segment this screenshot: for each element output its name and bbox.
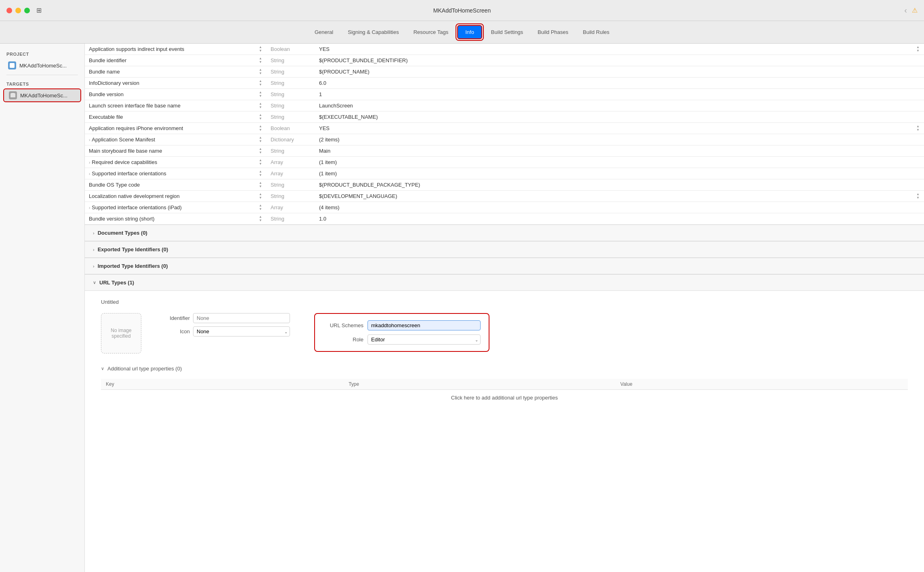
expand-arrow[interactable]: › (89, 160, 90, 165)
value-stepper[interactable]: ▲▼ (916, 125, 920, 132)
additional-url-chevron: ∨ (101, 366, 104, 371)
info-table: Application supports indirect input even… (85, 44, 924, 225)
stepper[interactable]: ▲▼ (258, 181, 262, 188)
target-icon (9, 91, 17, 99)
tabbar: General Signing & Capabilities Resource … (0, 21, 924, 44)
stepper[interactable]: ▲▼ (258, 204, 262, 211)
url-fields: Identifier Icon None ⌄ (158, 313, 290, 336)
target-item-label: MKAddToHomeSc... (20, 93, 67, 99)
svg-rect-2 (11, 93, 15, 94)
url-entry: Untitled No image specified Identifier (101, 299, 908, 353)
url-entry-body: No image specified Identifier Icon (101, 313, 908, 353)
additional-url-title: Additional url type properties (0) (107, 366, 182, 372)
stepper[interactable]: ▲▼ (258, 215, 262, 222)
tab-info-wrapper: Info (456, 23, 484, 41)
table-row: ›Required device capabilities▲▼Array(1 i… (85, 157, 924, 168)
url-schemes-input[interactable] (368, 320, 481, 330)
table-row: Application requires iPhone environment▲… (85, 123, 924, 134)
stepper[interactable]: ▲▼ (258, 80, 262, 86)
expand-arrow[interactable]: › (89, 172, 90, 176)
svg-rect-1 (10, 93, 15, 97)
tab-info[interactable]: Info (457, 25, 482, 39)
stepper[interactable]: ▲▼ (258, 114, 262, 120)
tab-general[interactable]: General (307, 26, 340, 38)
table-row: ›Application Scene Manifest▲▼Dictionary(… (85, 134, 924, 145)
table-row: Bundle identifier▲▼String$(PRODUCT_BUNDL… (85, 55, 924, 66)
table-row: Bundle OS Type code▲▼String$(PRODUCT_BUN… (85, 179, 924, 191)
stepper[interactable]: ▲▼ (258, 125, 262, 132)
url-schemes-row: URL Schemes (323, 320, 481, 330)
identifier-label: Identifier (158, 315, 190, 321)
minimize-button[interactable] (15, 8, 21, 13)
sidebar-item-project[interactable]: MKAddToHomeSc... (3, 59, 81, 72)
stepper[interactable]: ▲▼ (258, 57, 262, 64)
identifier-input[interactable] (193, 313, 290, 323)
section-url-types[interactable]: ∨ URL Types (1) (85, 274, 924, 291)
table-row: Executable file▲▼String$(EXECUTABLE_NAME… (85, 111, 924, 123)
stepper[interactable]: ▲▼ (258, 170, 262, 177)
tab-resource-tags[interactable]: Resource Tags (406, 26, 456, 38)
no-image-text: No image specified (105, 328, 138, 339)
content-area: Application supports indirect input even… (85, 44, 924, 572)
main-layout: PROJECT MKAddToHomeSc... TARGETS MKAddTo… (0, 44, 924, 572)
stepper[interactable]: ▲▼ (258, 102, 262, 109)
role-select-wrapper: None Editor Viewer ⌄ (368, 334, 481, 345)
table-row: Main storyboard file base name▲▼StringMa… (85, 145, 924, 157)
stepper[interactable]: ▲▼ (258, 159, 262, 166)
sidebar: PROJECT MKAddToHomeSc... TARGETS MKAddTo… (0, 44, 85, 572)
col-type-header: Type (344, 379, 615, 390)
tab-signing[interactable]: Signing & Capabilities (340, 26, 406, 38)
exported-title: Exported Type Identifiers (0) (98, 246, 168, 252)
table-row: Bundle version string (short)▲▼String1.0 (85, 213, 924, 225)
back-button[interactable]: ‹ (904, 6, 907, 15)
stepper[interactable]: ▲▼ (258, 147, 262, 154)
project-icon (8, 61, 16, 69)
icon-select[interactable]: None (193, 326, 290, 336)
maximize-button[interactable] (24, 8, 30, 13)
stepper[interactable]: ▲▼ (258, 91, 262, 98)
svg-rect-0 (10, 63, 15, 68)
warning-icon: ⚠ (912, 6, 918, 14)
section-exported-type-identifiers[interactable]: › Exported Type Identifiers (0) (85, 241, 924, 258)
project-item-label: MKAddToHomeSc... (19, 63, 67, 69)
section-imported-type-identifiers[interactable]: › Imported Type Identifiers (0) (85, 258, 924, 274)
imported-chevron: › (93, 264, 94, 269)
tab-build-rules[interactable]: Build Rules (575, 26, 617, 38)
url-schemes-section: URL Schemes Role None Editor Viewer (314, 313, 489, 352)
stepper[interactable]: ▲▼ (258, 136, 262, 143)
targets-label: TARGETS (0, 78, 84, 88)
additional-url-header[interactable]: ∨ Additional url type properties (0) (101, 362, 908, 376)
sidebar-divider (6, 75, 78, 75)
value-stepper[interactable]: ▲▼ (916, 193, 920, 200)
close-button[interactable] (6, 8, 12, 13)
props-table: Key Type Value (101, 379, 908, 390)
role-select[interactable]: None Editor Viewer (368, 334, 481, 345)
role-row: Role None Editor Viewer ⌄ (323, 334, 481, 345)
table-row: ›Supported interface orientations (iPad)… (85, 202, 924, 213)
exported-chevron: › (93, 247, 94, 252)
table-row: Bundle version▲▼String1 (85, 89, 924, 100)
tab-build-settings[interactable]: Build Settings (484, 26, 531, 38)
imported-title: Imported Type Identifiers (0) (98, 263, 168, 269)
role-label: Role (323, 336, 363, 343)
sidebar-toggle-button[interactable]: ⊞ (36, 6, 42, 14)
table-row: Application supports indirect input even… (85, 44, 924, 55)
stepper[interactable]: ▲▼ (258, 193, 262, 200)
titlebar-right: ‹ ⚠ (904, 6, 918, 15)
expand-arrow[interactable]: › (89, 138, 90, 142)
no-image-box[interactable]: No image specified (101, 313, 141, 353)
add-url-link[interactable]: Click here to add additional url type pr… (101, 390, 908, 406)
value-stepper[interactable]: ▲▼ (916, 46, 920, 53)
url-types-content: Untitled No image specified Identifier (85, 291, 924, 362)
col-value-header: Value (615, 379, 908, 390)
tab-build-phases[interactable]: Build Phases (530, 26, 575, 38)
project-label: PROJECT (0, 50, 84, 59)
table-row: ›Supported interface orientations▲▼Array… (85, 168, 924, 179)
stepper[interactable]: ▲▼ (258, 46, 262, 53)
section-document-types[interactable]: › Document Types (0) (85, 225, 924, 241)
sidebar-item-target[interactable]: MKAddToHomeSc... (3, 88, 81, 102)
stepper[interactable]: ▲▼ (258, 68, 262, 75)
expand-arrow[interactable]: › (89, 206, 90, 210)
url-schemes-label: URL Schemes (323, 322, 363, 328)
url-types-chevron: ∨ (93, 280, 96, 285)
